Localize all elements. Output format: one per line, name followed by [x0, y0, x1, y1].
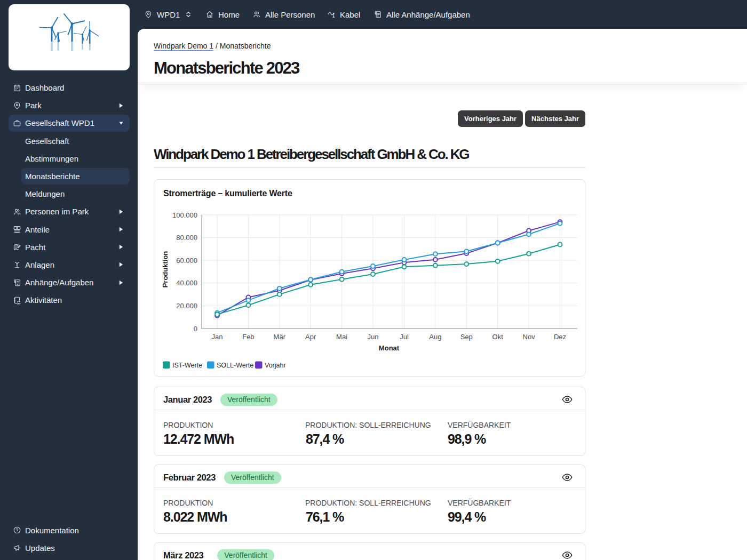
svg-text:Nov: Nov [523, 333, 536, 341]
svg-text:40.000: 40.000 [176, 279, 197, 287]
svg-text:20.000: 20.000 [176, 302, 197, 310]
svg-text:Jun: Jun [368, 333, 379, 341]
svg-text:SOLL-Werte: SOLL-Werte [217, 362, 253, 369]
svg-text:Sep: Sep [460, 333, 473, 341]
svg-text:Okt: Okt [492, 333, 504, 341]
svg-text:Vorjahr: Vorjahr [265, 362, 286, 369]
svg-text:Feb: Feb [242, 333, 254, 341]
svg-text:Dez: Dez [554, 333, 566, 341]
svg-text:Mai: Mai [336, 333, 347, 341]
svg-text:0: 0 [194, 325, 197, 333]
svg-text:Jul: Jul [400, 333, 409, 341]
svg-text:Produktion: Produktion [161, 251, 169, 288]
svg-text:Jan: Jan [212, 333, 223, 341]
svg-text:Apr: Apr [305, 333, 316, 341]
svg-text:80.000: 80.000 [176, 234, 197, 242]
svg-text:IST-Werte: IST-Werte [172, 362, 202, 369]
svg-text:Mär: Mär [274, 333, 286, 341]
svg-text:Aug: Aug [429, 333, 441, 341]
svg-text:60.000: 60.000 [176, 257, 197, 265]
svg-text:Monat: Monat [379, 344, 400, 352]
svg-text:100.000: 100.000 [172, 211, 197, 219]
